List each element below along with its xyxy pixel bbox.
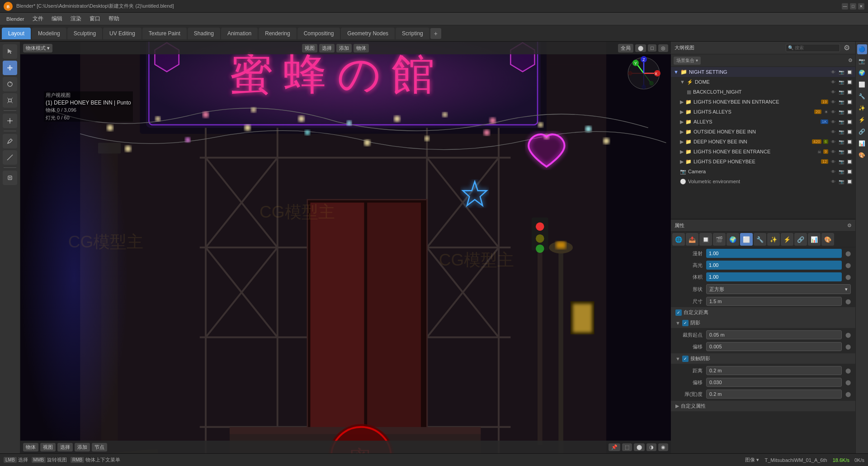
prop-clip-dot[interactable]: ⬤ [845, 332, 851, 338]
outliner-row-outside-honey[interactable]: ▶ 📁 OUTSIDE HONEY BEE INN 👁 📷 🔲 [671, 127, 855, 137]
vp-bottom-select[interactable]: 选择 [57, 443, 73, 452]
tab-shading[interactable]: Shading [188, 28, 220, 39]
prop-cs-bias-value[interactable]: 0.030 [706, 378, 842, 387]
tab-uv-editing[interactable]: UV Editing [103, 28, 142, 39]
tab-modeling[interactable]: Modeling [32, 28, 66, 39]
right-icon-world[interactable]: 🌍 [857, 68, 867, 78]
outliner-row-alleys[interactable]: ▶ 📁 ALLEYS 1K 👁 📷 🔲 [671, 117, 855, 127]
prop-shadow-check[interactable]: ✓ [682, 320, 689, 326]
pin-button[interactable]: 📌 [609, 443, 620, 451]
render-lpe[interactable]: ◑ [646, 443, 656, 451]
minimize-button[interactable]: — [842, 3, 848, 10]
prop-cs-thickness-value[interactable]: 0.2 m [706, 390, 842, 399]
menu-window[interactable]: 窗口 [86, 14, 104, 24]
window-controls[interactable]: — □ ✕ [842, 3, 864, 10]
vp-bottom-add[interactable]: 添加 [75, 443, 90, 452]
render-full[interactable]: ◉ [658, 443, 668, 451]
menu-edit[interactable]: 编辑 [48, 14, 66, 24]
outliner-row-lights-honeybee[interactable]: ▶ 📁 LIGHTS HONEYBEE INN ENTRANCE 19 👁 📷 … [671, 97, 855, 107]
prop-diffuse-dot[interactable]: ⬤ [845, 251, 851, 257]
vp-bottom-object[interactable]: 物体 [23, 443, 38, 452]
add-workspace-button[interactable]: + [430, 28, 441, 39]
prop-size-value[interactable]: 1.5 m [706, 297, 842, 306]
outliner-row-deep-honey[interactable]: ▶ 📁 DEEP HONEY BEE INN 420 6 👁 📷 🔲 [671, 137, 855, 147]
prop-specular-value[interactable]: 1.00 [706, 261, 842, 270]
prop-tab-material[interactable]: 🎨 [821, 233, 834, 246]
outliner-row-night-setting[interactable]: ▼ 📁 NIGHT SETTING 👁 📷 🔲 [671, 67, 855, 77]
outliner-row-backcloth[interactable]: ▦ BACKCLOTH_NIGHT 👁 📷 🔲 [671, 87, 855, 97]
prop-contact-shadow-section[interactable]: ▼ ✓ 接触阴影 [671, 353, 855, 364]
prop-bias-dot[interactable]: ⬤ [845, 344, 851, 350]
tool-add-object[interactable] [3, 171, 17, 185]
outliner-row-lights-alleys[interactable]: ▶ 📁 LIGHTS ALLEYS 20 ☀ 👁 📷 🔲 [671, 107, 855, 117]
prop-custom-props-section[interactable]: ▶ 自定义属性 [671, 401, 855, 411]
tab-compositing[interactable]: Compositing [297, 28, 340, 39]
tool-measure[interactable] [3, 150, 17, 165]
prop-cs-bias-dot[interactable]: ⬤ [845, 380, 851, 385]
tab-geometry-nodes[interactable]: Geometry Nodes [341, 28, 395, 39]
outliner-row-lights-deep[interactable]: ▶ 📁 LIGHTS DEEP HONEYBEE 12 👁 📷 🔲 [671, 157, 855, 166]
prop-clip-start-value[interactable]: 0.05 m [706, 330, 842, 339]
prop-size-dot[interactable]: ⬤ [845, 299, 851, 304]
tool-scale[interactable] [3, 93, 17, 108]
prop-tab-particles[interactable]: ✨ [767, 233, 780, 246]
right-icon-particles[interactable]: ✨ [857, 103, 867, 113]
tool-rotate[interactable] [3, 77, 17, 91]
tool-select[interactable] [3, 44, 17, 59]
prop-tab-view[interactable]: 🔲 [699, 233, 712, 246]
viewport-view-menu[interactable]: 视图 [302, 44, 317, 52]
prop-bias-value[interactable]: 0.005 [706, 342, 842, 351]
vp-bottom-node[interactable]: 节点 [92, 443, 107, 452]
prop-tab-world[interactable]: 🌍 [726, 233, 739, 246]
prop-shape-dropdown[interactable]: 正方形 ▾ [706, 284, 851, 294]
viewport-object-menu[interactable]: 物体 [354, 44, 369, 52]
prop-cs-distance-value[interactable]: 0.2 m [706, 366, 842, 375]
right-icon-physics[interactable]: ⚡ [857, 115, 867, 125]
menu-render[interactable]: 渲染 [67, 14, 85, 24]
prop-tab-object[interactable]: ⬜ [740, 233, 753, 246]
tool-transform[interactable] [3, 114, 17, 128]
right-icon-scene[interactable]: 🔵 [857, 44, 867, 54]
viewport-solid-mode[interactable]: ⬤ [635, 44, 646, 52]
tab-layout[interactable]: Layout [2, 28, 31, 39]
viewport[interactable]: 蜜 蜂 の 館 [20, 42, 671, 453]
tab-rendering[interactable]: Rendering [259, 28, 296, 39]
prop-tab-physics[interactable]: ⚡ [781, 233, 793, 246]
tab-animation[interactable]: Animation [221, 28, 258, 39]
outliner-row-dome[interactable]: ▼ ⚡ DOME 👁 📷 🔲 [671, 77, 855, 87]
viewport-add-menu[interactable]: 添加 [336, 44, 352, 52]
right-icon-material[interactable]: 🎨 [857, 150, 867, 160]
viewport-render-mode[interactable]: ◎ [658, 44, 668, 52]
prop-volume-dot[interactable]: ⬤ [845, 274, 851, 280]
menu-help[interactable]: 帮助 [105, 14, 123, 24]
right-icon-constraints[interactable]: 🔗 [857, 127, 867, 137]
tab-scripting[interactable]: Scripting [396, 28, 429, 39]
properties-filter[interactable]: ⚙ [847, 223, 852, 228]
prop-tab-data[interactable]: 📊 [808, 233, 821, 246]
ol-visibility-night[interactable]: 👁 [830, 69, 836, 75]
prop-tab-modifier[interactable]: 🔧 [754, 233, 766, 246]
render-wireframe[interactable]: ⬚ [622, 443, 632, 451]
prop-volume-value[interactable]: 1.00 [706, 272, 842, 281]
tool-move[interactable] [3, 61, 17, 75]
menu-blender[interactable]: Blender [3, 15, 28, 23]
prop-specular-dot[interactable]: ⬤ [845, 262, 851, 268]
tab-sculpting[interactable]: Sculpting [67, 28, 102, 39]
viewport-select-menu[interactable]: 选择 [319, 44, 335, 52]
prop-tab-scene[interactable]: 🎬 [713, 233, 726, 246]
right-icon-modifier[interactable]: 🔧 [857, 91, 867, 101]
outliner-row-camera[interactable]: 📷 Camera 👁 📷 🔲 [671, 166, 855, 176]
scene-selector[interactable]: 场景集合 ▾ [674, 57, 701, 65]
outliner-search[interactable]: 🔍 搜索 [786, 44, 840, 52]
prop-custom-distance-section[interactable]: ✓ 自定义距离 [671, 307, 855, 318]
prop-contact-shadow-check[interactable]: ✓ [682, 356, 689, 362]
prop-cs-thickness-dot[interactable]: ⬤ [845, 391, 851, 397]
outliner-filter-button[interactable]: ⚙ [842, 43, 852, 52]
prop-shadow-section[interactable]: ▼ ✓ 阴影 [671, 318, 855, 328]
right-icon-data[interactable]: 📊 [857, 138, 867, 148]
menu-file[interactable]: 文件 [29, 14, 47, 24]
right-icon-view-layer[interactable]: 📷 [857, 56, 867, 66]
prop-tab-render[interactable]: 🌐 [672, 233, 685, 246]
right-icon-object[interactable]: ⬜ [857, 80, 867, 90]
render-solid[interactable]: ⬤ [634, 443, 645, 451]
